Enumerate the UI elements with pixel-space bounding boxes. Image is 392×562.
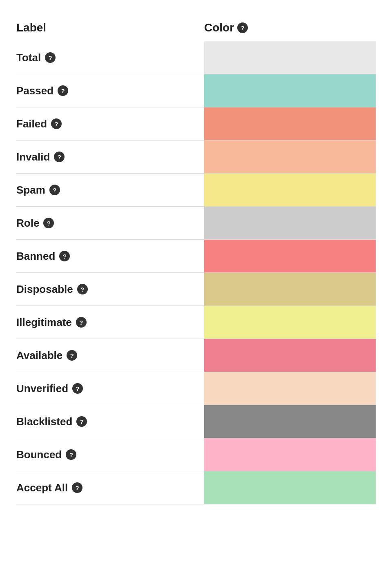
row-color-disposable <box>204 273 376 306</box>
row-label-text: Disposable <box>16 283 73 296</box>
table-row: Total? <box>16 41 376 74</box>
row-label-blacklisted: Blacklisted? <box>16 405 204 438</box>
row-label-text: Banned <box>16 250 55 263</box>
row-label-role: Role? <box>16 207 204 239</box>
row-color-spam <box>204 174 376 206</box>
disposable-help-icon[interactable]: ? <box>77 284 88 294</box>
table-row: Spam? <box>16 174 376 207</box>
row-color-available <box>204 339 376 372</box>
table-row: Available? <box>16 339 376 372</box>
row-label-spam: Spam? <box>16 174 204 206</box>
row-label-accept-all: Accept All? <box>16 471 204 504</box>
table-row: Accept All? <box>16 471 376 504</box>
label-column-header: Label <box>16 21 204 34</box>
row-label-unverified: Unverified? <box>16 372 204 405</box>
row-label-total: Total? <box>16 41 204 74</box>
row-label-invalid: Invalid? <box>16 140 204 173</box>
invalid-help-icon[interactable]: ? <box>54 152 65 162</box>
row-label-text: Bounced <box>16 448 62 461</box>
row-label-disposable: Disposable? <box>16 273 204 306</box>
color-swatch <box>204 471 376 504</box>
color-swatch <box>204 273 376 306</box>
table-row: Illegitimate? <box>16 306 376 339</box>
row-label-banned: Banned? <box>16 240 204 272</box>
color-swatch <box>204 140 376 173</box>
table-row: Passed? <box>16 74 376 107</box>
row-color-accept-all <box>204 471 376 504</box>
color-swatch <box>204 240 376 272</box>
table-row: Banned? <box>16 240 376 273</box>
row-label-text: Illegitimate <box>16 316 72 329</box>
row-color-failed <box>204 107 376 140</box>
row-label-text: Available <box>16 349 62 362</box>
table-row: Disposable? <box>16 273 376 306</box>
color-swatch <box>204 74 376 107</box>
color-swatch <box>204 41 376 74</box>
table-row: Role? <box>16 207 376 240</box>
table-header: Label Color ? <box>16 16 376 41</box>
failed-help-icon[interactable]: ? <box>51 118 62 129</box>
row-color-role <box>204 207 376 239</box>
row-color-invalid <box>204 140 376 173</box>
color-column-header: Color ? <box>204 21 376 34</box>
bounced-help-icon[interactable]: ? <box>66 449 76 460</box>
passed-help-icon[interactable]: ? <box>58 85 68 96</box>
row-label-text: Accept All <box>16 482 68 494</box>
blacklisted-help-icon[interactable]: ? <box>76 416 87 427</box>
table-row: Unverified? <box>16 372 376 405</box>
color-swatch <box>204 107 376 140</box>
row-color-bounced <box>204 438 376 471</box>
row-label-text: Passed <box>16 85 53 97</box>
table-row: Failed? <box>16 107 376 140</box>
role-help-icon[interactable]: ? <box>43 218 54 228</box>
row-label-text: Blacklisted <box>16 415 72 428</box>
row-label-text: Spam <box>16 184 45 196</box>
row-label-text: Role <box>16 217 39 230</box>
color-help-icon[interactable]: ? <box>237 22 248 33</box>
color-swatch <box>204 372 376 405</box>
row-label-illegitimate: Illegitimate? <box>16 306 204 339</box>
accept-all-help-icon[interactable]: ? <box>72 482 82 493</box>
row-label-text: Unverified <box>16 382 68 395</box>
color-swatch <box>204 174 376 206</box>
row-label-text: Total <box>16 51 41 64</box>
row-color-passed <box>204 74 376 107</box>
available-help-icon[interactable]: ? <box>67 350 77 361</box>
color-swatch <box>204 207 376 239</box>
spam-help-icon[interactable]: ? <box>49 185 60 195</box>
color-swatch <box>204 306 376 339</box>
color-swatch <box>204 339 376 372</box>
label-color-table: Label Color ? Total?Passed?Failed?Invali… <box>16 16 376 546</box>
unverified-help-icon[interactable]: ? <box>72 383 83 394</box>
row-color-banned <box>204 240 376 272</box>
row-color-blacklisted <box>204 405 376 438</box>
row-color-illegitimate <box>204 306 376 339</box>
row-label-passed: Passed? <box>16 74 204 107</box>
table-rows: Total?Passed?Failed?Invalid?Spam?Role?Ba… <box>16 41 376 504</box>
total-help-icon[interactable]: ? <box>45 52 56 63</box>
banned-help-icon[interactable]: ? <box>59 251 70 261</box>
row-label-available: Available? <box>16 339 204 372</box>
row-color-total <box>204 41 376 74</box>
table-row: Invalid? <box>16 140 376 174</box>
illegitimate-help-icon[interactable]: ? <box>76 317 87 328</box>
color-swatch <box>204 405 376 438</box>
table-row: Blacklisted? <box>16 405 376 438</box>
row-label-bounced: Bounced? <box>16 438 204 471</box>
row-label-text: Invalid <box>16 151 50 163</box>
row-label-failed: Failed? <box>16 107 204 140</box>
table-row: Bounced? <box>16 438 376 471</box>
row-color-unverified <box>204 372 376 405</box>
row-label-text: Failed <box>16 118 47 130</box>
color-swatch <box>204 438 376 471</box>
